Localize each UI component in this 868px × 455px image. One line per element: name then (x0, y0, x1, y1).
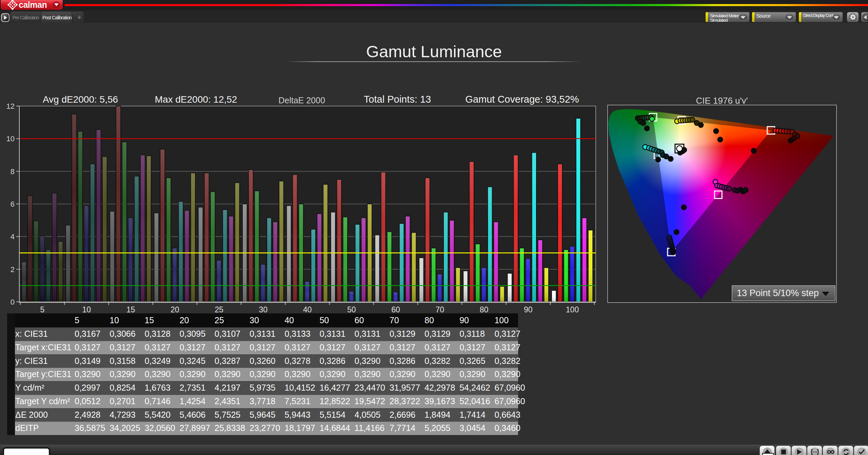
svg-text:50: 50 (347, 305, 356, 314)
svg-text:0: 0 (11, 298, 15, 306)
svg-text:15: 15 (126, 305, 135, 314)
svg-text:70: 70 (435, 305, 444, 314)
svg-text:20: 20 (171, 305, 179, 314)
svg-text:40: 40 (303, 305, 312, 314)
svg-text:5: 5 (40, 305, 45, 314)
svg-text:100: 100 (566, 305, 579, 314)
svg-text:60: 60 (391, 305, 400, 314)
svg-text:25: 25 (215, 305, 223, 314)
svg-text:30: 30 (259, 305, 268, 314)
svg-text:8: 8 (11, 167, 15, 176)
svg-text:10: 10 (82, 305, 91, 314)
svg-text:12: 12 (6, 102, 15, 110)
svg-text:80: 80 (480, 305, 489, 314)
svg-text:10: 10 (6, 135, 15, 143)
svg-text:2: 2 (11, 265, 15, 274)
svg-text:6: 6 (11, 200, 15, 208)
svg-text:90: 90 (524, 305, 533, 314)
svg-text:4: 4 (11, 232, 15, 241)
